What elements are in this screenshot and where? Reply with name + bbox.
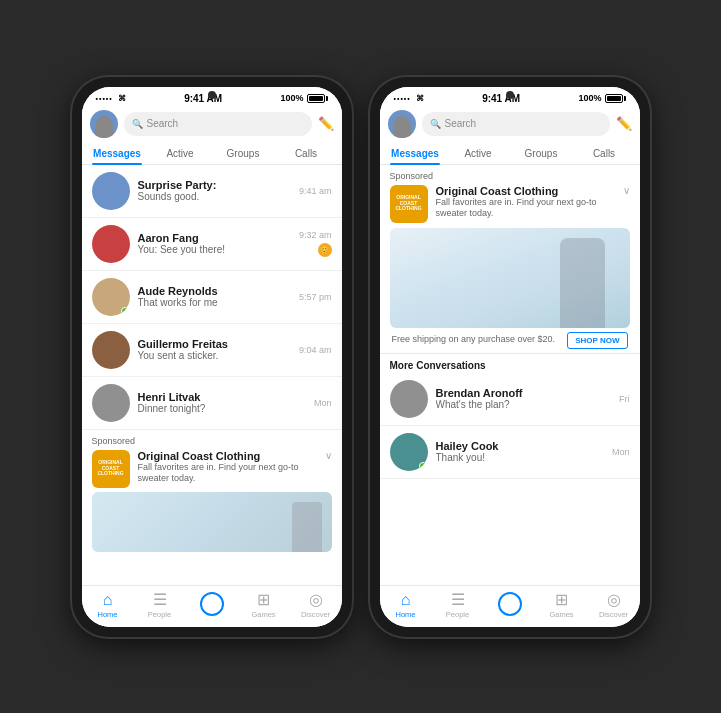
chevron-down-icon-2: ∨ — [623, 185, 630, 196]
status-right-1: 100% — [280, 93, 327, 103]
ad-desc-1: Fall favorites are in. Find your next go… — [138, 462, 317, 485]
search-input-2[interactable]: 🔍 Search — [422, 112, 610, 136]
search-placeholder-2: Search — [445, 118, 477, 129]
nav-discover-2[interactable]: ◎ Discover — [588, 592, 640, 619]
status-left-2: ••••• ⌘ — [394, 94, 424, 103]
games-icon-1: ⊞ — [257, 592, 270, 608]
discover-icon-2: ◎ — [607, 592, 621, 608]
user-avatar-2[interactable] — [388, 110, 416, 138]
tab-calls-1[interactable]: Calls — [275, 142, 338, 164]
battery-percent-1: 100% — [280, 93, 303, 103]
msg-preview: That works for me — [138, 297, 291, 308]
msg-time: 5:57 pm — [299, 292, 332, 302]
msg-time: 9:32 am 😊 — [299, 230, 332, 257]
online-indicator — [121, 307, 129, 315]
people-icon-2: ☰ — [451, 592, 465, 608]
signal-dots-2: ••••• — [394, 95, 411, 102]
tabs-row-1: Messages Active Groups Calls — [82, 142, 342, 165]
search-icon-2: 🔍 — [430, 119, 441, 129]
table-row[interactable]: Surprise Party: Sounds good. 9:41 am — [82, 165, 342, 218]
msg-content: Brendan Aronoff What's the plan? — [436, 387, 612, 410]
status-time-1: 9:41 AM — [184, 93, 222, 104]
nav-people-2[interactable]: ☰ People — [432, 592, 484, 619]
nav-games-2[interactable]: ⊞ Games — [536, 592, 588, 619]
msg-preview: What's the plan? — [436, 399, 612, 410]
ad-logo-1: ORIGINALCOASTCLOTHING — [92, 450, 130, 488]
tab-calls-2[interactable]: Calls — [573, 142, 636, 164]
sponsored-section-2: Sponsored ORIGINALCOASTCLOTHING Original… — [380, 165, 640, 354]
tab-groups-2[interactable]: Groups — [510, 142, 573, 164]
nav-label-games-2: Games — [549, 610, 573, 619]
table-row[interactable]: Guillermo Freitas You sent a sticker. 9:… — [82, 324, 342, 377]
msg-name: Guillermo Freitas — [138, 338, 291, 350]
tab-groups-1[interactable]: Groups — [212, 142, 275, 164]
sponsored-label-1: Sponsored — [92, 436, 332, 446]
ad-content-2: Original Coast Clothing Fall favorites a… — [436, 185, 615, 220]
sponsored-label-2: Sponsored — [390, 171, 630, 181]
phone-2-screen: ••••• ⌘ 9:41 AM 100% 🔍 — [380, 87, 640, 627]
nav-camera-2[interactable] — [484, 592, 536, 619]
messages-list-2: Sponsored ORIGINALCOASTCLOTHING Original… — [380, 165, 640, 585]
battery-icon-2 — [605, 94, 626, 103]
msg-preview: Sounds good. — [138, 191, 291, 202]
bottom-nav-2: ⌂ Home ☰ People ⊞ Games ◎ Discover — [380, 585, 640, 627]
battery-icon-1 — [307, 94, 328, 103]
nav-home-2[interactable]: ⌂ Home — [380, 592, 432, 619]
avatar — [390, 380, 428, 418]
ad-figure-1 — [292, 502, 322, 552]
tab-active-1[interactable]: Active — [149, 142, 212, 164]
table-row[interactable]: Aaron Fang You: See you there! 9:32 am 😊 — [82, 218, 342, 271]
avatar — [92, 225, 130, 263]
msg-name: Brendan Aronoff — [436, 387, 612, 399]
wifi-icon-1: ⌘ — [118, 94, 126, 103]
msg-content: Hailey Cook Thank you! — [436, 440, 604, 463]
table-row[interactable]: Henri Litvak Dinner tonight? Mon — [82, 377, 342, 430]
avatar — [92, 172, 130, 210]
msg-preview: Thank you! — [436, 452, 604, 463]
status-bar-2: ••••• ⌘ 9:41 AM 100% — [380, 87, 640, 106]
ad-item-1[interactable]: ORIGINALCOASTCLOTHING Original Coast Clo… — [92, 450, 332, 488]
nav-label-home-2: Home — [395, 610, 415, 619]
compose-icon-2[interactable]: ✏️ — [616, 116, 632, 131]
nav-people-1[interactable]: ☰ People — [134, 592, 186, 619]
search-bar-1: 🔍 Search ✏️ — [82, 106, 342, 142]
ad-image-large-2 — [390, 228, 630, 328]
msg-name: Aaron Fang — [138, 232, 291, 244]
camera-circle-icon-2 — [498, 592, 522, 616]
shop-now-button-2[interactable]: SHOP NOW — [567, 332, 627, 349]
compose-icon-1[interactable]: ✏️ — [318, 116, 334, 131]
avatar — [92, 278, 130, 316]
ad-logo-2: ORIGINALCOASTCLOTHING — [390, 185, 428, 223]
camera-circle-icon-1 — [200, 592, 224, 616]
search-placeholder-1: Search — [147, 118, 179, 129]
msg-preview: You sent a sticker. — [138, 350, 291, 361]
nav-games-1[interactable]: ⊞ Games — [238, 592, 290, 619]
badge-icon: 😊 — [318, 243, 332, 257]
ad-item-2[interactable]: ORIGINALCOASTCLOTHING Original Coast Clo… — [390, 185, 630, 223]
status-time-2: 9:41 AM — [482, 93, 520, 104]
table-row[interactable]: Hailey Cook Thank you! Mon — [380, 426, 640, 479]
table-row[interactable]: Aude Reynolds That works for me 5:57 pm — [82, 271, 342, 324]
signal-dots-1: ••••• — [96, 95, 113, 102]
nav-discover-1[interactable]: ◎ Discover — [290, 592, 342, 619]
tab-messages-2[interactable]: Messages — [384, 142, 447, 164]
msg-content: Aude Reynolds That works for me — [138, 285, 291, 308]
home-icon-2: ⌂ — [401, 592, 411, 608]
user-avatar-1[interactable] — [90, 110, 118, 138]
games-icon-2: ⊞ — [555, 592, 568, 608]
avatar — [390, 433, 428, 471]
tab-active-2[interactable]: Active — [447, 142, 510, 164]
msg-name: Aude Reynolds — [138, 285, 291, 297]
nav-home-1[interactable]: ⌂ Home — [82, 592, 134, 619]
msg-preview: Dinner tonight? — [138, 403, 306, 414]
more-conversations-label-2: More Conversations — [380, 354, 640, 373]
tab-messages-1[interactable]: Messages — [86, 142, 149, 164]
table-row[interactable]: Brendan Aronoff What's the plan? Fri — [380, 373, 640, 426]
search-input-1[interactable]: 🔍 Search — [124, 112, 312, 136]
nav-camera-1[interactable] — [186, 592, 238, 619]
msg-time: Fri — [619, 394, 630, 404]
messages-list-1: Surprise Party: Sounds good. 9:41 am Aar… — [82, 165, 342, 585]
msg-preview: You: See you there! — [138, 244, 291, 255]
msg-time: 9:04 am — [299, 345, 332, 355]
msg-name: Hailey Cook — [436, 440, 604, 452]
